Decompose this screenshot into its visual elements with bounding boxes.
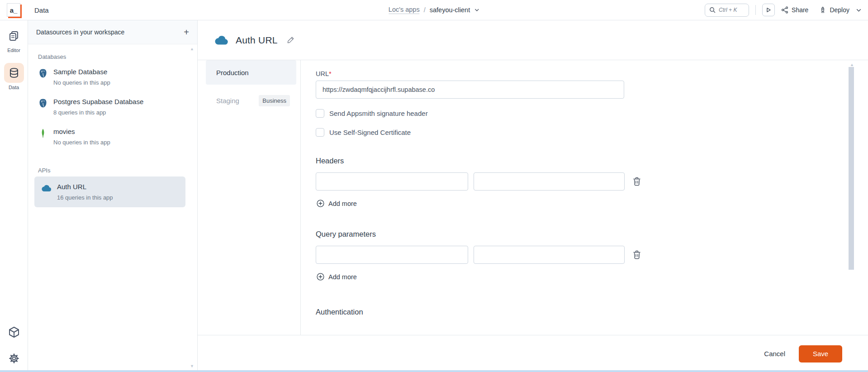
- datasource-row-auth-url[interactable]: Auth URL 16 queries in this app: [34, 176, 185, 207]
- header-value-input[interactable]: [474, 172, 625, 191]
- datasource-row-text: movies No queries in this app: [53, 128, 110, 146]
- query-param-value-input[interactable]: [474, 246, 625, 264]
- authentication-section-title: Authentication: [316, 308, 868, 316]
- breadcrumb: Loc's apps / safeyou-client: [389, 6, 479, 14]
- appsmith-logo-glyph: a_: [10, 6, 18, 14]
- headers-section-title: Headers: [316, 157, 868, 165]
- self-signed-cert-checkbox-label: Use Self-Signed Certificate: [329, 129, 411, 136]
- add-more-label: Add more: [328, 200, 357, 207]
- cloud-icon: [42, 183, 52, 193]
- business-plan-badge: Business: [259, 95, 290, 106]
- tab-production-label: Production: [216, 69, 249, 76]
- form-footer: Cancel Save: [198, 335, 868, 372]
- signature-header-checkbox-row[interactable]: Send Appsmith signature header: [316, 109, 868, 118]
- datasource-subtitle: No queries in this app: [53, 139, 110, 146]
- settings-gear-icon[interactable]: [8, 352, 20, 365]
- breadcrumb-separator: /: [424, 6, 426, 14]
- rocket-icon: [819, 6, 826, 14]
- form-scrollbar[interactable]: [849, 67, 854, 270]
- datasource-name: movies: [53, 128, 110, 135]
- edit-name-pencil-icon[interactable]: [287, 36, 294, 44]
- page-title: Data: [34, 6, 49, 14]
- self-signed-cert-checkbox-row[interactable]: Use Self-Signed Certificate: [316, 128, 868, 137]
- search-shortcut-hint: Ctrl + K: [719, 7, 737, 13]
- add-more-label: Add more: [328, 273, 357, 281]
- datasource-config-area: Production Staging Business URL* Send Ap…: [198, 60, 868, 335]
- datasource-name: Sample Database: [53, 68, 110, 76]
- section-header-databases: Databases: [28, 44, 197, 62]
- datasource-row-movies[interactable]: movies No queries in this app: [28, 122, 197, 152]
- datasource-subtitle: No queries in this app: [53, 79, 110, 86]
- search-icon: [709, 7, 716, 13]
- datasource-editor: Auth URL Production Staging Business U: [198, 20, 868, 372]
- required-asterisk: *: [329, 70, 332, 77]
- checkbox-unchecked[interactable]: [316, 128, 324, 137]
- delete-header-trash-icon[interactable]: [633, 177, 641, 186]
- headers-kv-row: [316, 172, 868, 191]
- deploy-label: Deploy: [830, 6, 849, 14]
- data-label: Data: [9, 85, 19, 90]
- form-scroll-up-icon: ▲: [850, 62, 854, 67]
- left-navigation-rail: Editor Data: [0, 20, 28, 372]
- deploy-button[interactable]: Deploy: [819, 6, 849, 14]
- editor-pages-icon: [4, 26, 24, 46]
- plus-circle-icon: [317, 200, 324, 207]
- tab-production[interactable]: Production: [206, 60, 296, 85]
- tab-staging[interactable]: Staging Business: [206, 88, 296, 113]
- appsmith-logo[interactable]: a_: [7, 3, 20, 17]
- plus-circle-icon: [317, 273, 324, 281]
- url-input[interactable]: [316, 81, 624, 99]
- datasource-header: Auth URL: [198, 20, 868, 60]
- share-label: Share: [792, 6, 808, 14]
- url-field-label: URL*: [316, 70, 868, 77]
- sidebar-scroll-up-icon: ▲: [190, 47, 194, 51]
- share-button[interactable]: Share: [781, 6, 808, 14]
- environment-tabs: Production Staging Business: [198, 60, 301, 335]
- postgres-icon: [38, 98, 48, 108]
- postgres-icon: [38, 68, 48, 78]
- nav-data[interactable]: Data: [4, 63, 24, 90]
- topbar-divider: [755, 5, 756, 15]
- editor-label: Editor: [7, 48, 20, 53]
- delete-query-param-trash-icon[interactable]: [633, 250, 641, 259]
- run-button[interactable]: [762, 4, 775, 16]
- top-bar: a_ Data Loc's apps / safeyou-client Ctrl…: [0, 0, 868, 20]
- datasource-title: Auth URL: [236, 35, 278, 46]
- header-key-input[interactable]: [316, 172, 468, 191]
- datasource-row-sample-database[interactable]: Sample Database No queries in this app: [28, 62, 197, 92]
- query-params-section-title: Query parameters: [316, 230, 868, 238]
- datasource-name: Auth URL: [57, 183, 113, 191]
- rail-bottom-actions: [8, 326, 20, 372]
- datasource-subtitle: 8 queries in this app: [53, 109, 143, 116]
- play-icon: [766, 7, 771, 13]
- headers-add-more-button[interactable]: Add more: [316, 200, 357, 207]
- appsmith-data-page: a_ Data Loc's apps / safeyou-client Ctrl…: [0, 0, 868, 372]
- deploy-menu-chevron-down-icon[interactable]: [856, 7, 862, 13]
- query-params-add-more-button[interactable]: Add more: [316, 273, 357, 281]
- query-param-key-input[interactable]: [316, 246, 468, 264]
- datasource-row-text: Auth URL 16 queries in this app: [57, 183, 113, 201]
- checkbox-unchecked[interactable]: [316, 109, 324, 118]
- datasource-subtitle: 16 queries in this app: [57, 194, 113, 201]
- section-header-apis: APIs: [28, 152, 197, 176]
- datasource-row-text: Sample Database No queries in this app: [53, 68, 110, 86]
- app-menu-chevron-down-icon[interactable]: [474, 7, 479, 13]
- search-input[interactable]: Ctrl + K: [705, 4, 749, 17]
- database-icon: [4, 63, 24, 83]
- mongodb-icon: [38, 128, 48, 138]
- sidebar-title: Datasources in your workspace: [36, 29, 124, 36]
- add-datasource-button[interactable]: +: [184, 28, 189, 37]
- tab-staging-label: Staging: [216, 97, 239, 105]
- datasource-row-postgres-supabase[interactable]: Postgres Supabase Database 8 queries in …: [28, 92, 197, 122]
- breadcrumb-app-name[interactable]: safeyou-client: [430, 6, 470, 14]
- datasource-form: URL* Send Appsmith signature header Use …: [301, 60, 868, 335]
- nav-editor[interactable]: Editor: [4, 26, 24, 53]
- cancel-button[interactable]: Cancel: [764, 350, 785, 358]
- breadcrumb-workspace-link[interactable]: Loc's apps: [389, 6, 420, 14]
- libraries-cube-icon[interactable]: [8, 326, 20, 339]
- cloud-icon: [215, 35, 228, 45]
- sidebar-scroll-down-icon: ▼: [190, 364, 194, 368]
- share-icon: [781, 6, 788, 14]
- signature-header-checkbox-label: Send Appsmith signature header: [329, 110, 428, 117]
- save-button[interactable]: Save: [799, 345, 842, 362]
